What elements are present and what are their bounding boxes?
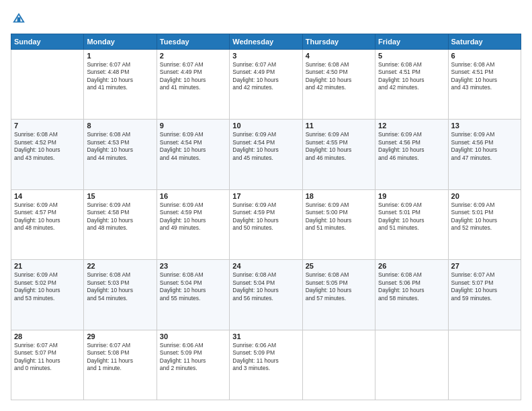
calendar-cell: 29Sunrise: 6:07 AM Sunset: 5:08 PM Dayli…: [84, 330, 157, 400]
calendar-cell: 8Sunrise: 6:08 AM Sunset: 4:53 PM Daylig…: [84, 120, 157, 189]
calendar-cell: 20Sunrise: 6:09 AM Sunset: 5:01 PM Dayli…: [448, 189, 521, 259]
calendar-cell: 25Sunrise: 6:08 AM Sunset: 5:05 PM Dayli…: [302, 260, 375, 330]
day-number: 12: [378, 122, 445, 130]
week-row-3: 14Sunrise: 6:09 AM Sunset: 4:57 PM Dayli…: [11, 189, 521, 259]
calendar-cell: 31Sunrise: 6:06 AM Sunset: 5:09 PM Dayli…: [230, 330, 302, 400]
day-number: 18: [306, 192, 372, 200]
weekday-header-friday: Friday: [375, 34, 448, 50]
day-info: Sunrise: 6:07 AM Sunset: 4:49 PM Dayligh…: [232, 61, 299, 92]
calendar-cell: 13Sunrise: 6:09 AM Sunset: 4:56 PM Dayli…: [448, 120, 521, 189]
day-number: 6: [451, 52, 518, 60]
weekday-header-wednesday: Wednesday: [230, 34, 302, 50]
day-info: Sunrise: 6:08 AM Sunset: 4:50 PM Dayligh…: [306, 61, 372, 92]
day-number: 15: [87, 192, 153, 200]
day-number: 3: [232, 52, 299, 60]
day-info: Sunrise: 6:07 AM Sunset: 4:49 PM Dayligh…: [160, 61, 226, 92]
day-number: 20: [451, 192, 518, 200]
calendar-cell: 6Sunrise: 6:08 AM Sunset: 4:51 PM Daylig…: [448, 50, 521, 120]
calendar-cell: 17Sunrise: 6:09 AM Sunset: 4:59 PM Dayli…: [230, 189, 302, 259]
day-number: 19: [378, 192, 445, 200]
calendar-cell: 26Sunrise: 6:08 AM Sunset: 5:06 PM Dayli…: [375, 260, 448, 330]
day-info: Sunrise: 6:08 AM Sunset: 5:05 PM Dayligh…: [306, 271, 372, 302]
calendar-cell: 3Sunrise: 6:07 AM Sunset: 4:49 PM Daylig…: [230, 50, 302, 120]
day-info: Sunrise: 6:09 AM Sunset: 5:00 PM Dayligh…: [306, 201, 372, 232]
calendar-cell: 5Sunrise: 6:08 AM Sunset: 4:51 PM Daylig…: [375, 50, 448, 120]
day-number: 10: [232, 122, 299, 130]
day-number: 5: [378, 52, 445, 60]
day-number: 24: [232, 262, 299, 270]
day-number: 27: [451, 262, 518, 270]
day-info: Sunrise: 6:08 AM Sunset: 4:53 PM Dayligh…: [87, 131, 153, 162]
day-number: 8: [87, 122, 153, 130]
day-number: 28: [14, 332, 81, 340]
calendar-cell: [302, 330, 375, 400]
day-info: Sunrise: 6:06 AM Sunset: 5:09 PM Dayligh…: [232, 342, 299, 373]
day-number: 21: [14, 262, 81, 270]
week-row-2: 7Sunrise: 6:08 AM Sunset: 4:52 PM Daylig…: [11, 120, 521, 189]
weekday-header-tuesday: Tuesday: [157, 34, 229, 50]
calendar-cell: [11, 50, 84, 120]
logo-icon: [11, 11, 27, 27]
calendar-cell: 24Sunrise: 6:08 AM Sunset: 5:04 PM Dayli…: [230, 260, 302, 330]
weekday-header-sunday: Sunday: [11, 34, 84, 50]
day-number: 14: [14, 192, 81, 200]
day-number: 31: [232, 332, 299, 340]
day-number: 26: [378, 262, 445, 270]
weekday-header-row: SundayMondayTuesdayWednesdayThursdayFrid…: [11, 34, 521, 50]
calendar-cell: 14Sunrise: 6:09 AM Sunset: 4:57 PM Dayli…: [11, 189, 84, 259]
svg-rect-2: [17, 17, 21, 21]
day-number: 11: [306, 122, 372, 130]
day-info: Sunrise: 6:09 AM Sunset: 4:56 PM Dayligh…: [451, 131, 518, 162]
day-info: Sunrise: 6:09 AM Sunset: 4:59 PM Dayligh…: [232, 201, 299, 232]
day-info: Sunrise: 6:06 AM Sunset: 5:09 PM Dayligh…: [160, 342, 226, 373]
calendar-cell: 18Sunrise: 6:09 AM Sunset: 5:00 PM Dayli…: [302, 189, 375, 259]
calendar-cell: 27Sunrise: 6:07 AM Sunset: 5:07 PM Dayli…: [448, 260, 521, 330]
calendar-cell: [448, 330, 521, 400]
day-info: Sunrise: 6:07 AM Sunset: 4:48 PM Dayligh…: [87, 61, 153, 92]
day-info: Sunrise: 6:08 AM Sunset: 5:04 PM Dayligh…: [160, 271, 226, 302]
weekday-header-monday: Monday: [84, 34, 157, 50]
calendar-cell: 9Sunrise: 6:09 AM Sunset: 4:54 PM Daylig…: [157, 120, 229, 189]
day-info: Sunrise: 6:09 AM Sunset: 4:55 PM Dayligh…: [306, 131, 372, 162]
calendar-cell: 10Sunrise: 6:09 AM Sunset: 4:54 PM Dayli…: [230, 120, 302, 189]
day-number: 9: [160, 122, 226, 130]
calendar-cell: 30Sunrise: 6:06 AM Sunset: 5:09 PM Dayli…: [157, 330, 229, 400]
header: [11, 11, 521, 27]
day-number: 30: [160, 332, 226, 340]
day-info: Sunrise: 6:09 AM Sunset: 5:01 PM Dayligh…: [451, 201, 518, 232]
week-row-1: 1Sunrise: 6:07 AM Sunset: 4:48 PM Daylig…: [11, 50, 521, 120]
day-info: Sunrise: 6:09 AM Sunset: 4:56 PM Dayligh…: [378, 131, 445, 162]
day-number: 13: [451, 122, 518, 130]
day-number: 23: [160, 262, 226, 270]
calendar-cell: 28Sunrise: 6:07 AM Sunset: 5:07 PM Dayli…: [11, 330, 84, 400]
day-info: Sunrise: 6:09 AM Sunset: 5:02 PM Dayligh…: [14, 271, 81, 302]
calendar-cell: 7Sunrise: 6:08 AM Sunset: 4:52 PM Daylig…: [11, 120, 84, 189]
logo: [11, 11, 30, 27]
calendar-cell: 1Sunrise: 6:07 AM Sunset: 4:48 PM Daylig…: [84, 50, 157, 120]
day-info: Sunrise: 6:09 AM Sunset: 4:58 PM Dayligh…: [87, 201, 153, 232]
calendar-cell: 22Sunrise: 6:08 AM Sunset: 5:03 PM Dayli…: [84, 260, 157, 330]
day-number: 2: [160, 52, 226, 60]
day-info: Sunrise: 6:09 AM Sunset: 4:59 PM Dayligh…: [160, 201, 226, 232]
calendar-cell: 23Sunrise: 6:08 AM Sunset: 5:04 PM Dayli…: [157, 260, 229, 330]
calendar-cell: 2Sunrise: 6:07 AM Sunset: 4:49 PM Daylig…: [157, 50, 229, 120]
day-info: Sunrise: 6:09 AM Sunset: 4:54 PM Dayligh…: [232, 131, 299, 162]
day-info: Sunrise: 6:09 AM Sunset: 5:01 PM Dayligh…: [378, 201, 445, 232]
day-info: Sunrise: 6:09 AM Sunset: 4:57 PM Dayligh…: [14, 201, 81, 232]
day-info: Sunrise: 6:08 AM Sunset: 4:51 PM Dayligh…: [378, 61, 445, 92]
calendar-cell: [375, 330, 448, 400]
calendar-cell: 21Sunrise: 6:09 AM Sunset: 5:02 PM Dayli…: [11, 260, 84, 330]
calendar-cell: 16Sunrise: 6:09 AM Sunset: 4:59 PM Dayli…: [157, 189, 229, 259]
day-number: 22: [87, 262, 153, 270]
day-number: 16: [160, 192, 226, 200]
day-info: Sunrise: 6:08 AM Sunset: 5:04 PM Dayligh…: [232, 271, 299, 302]
calendar-cell: 19Sunrise: 6:09 AM Sunset: 5:01 PM Dayli…: [375, 189, 448, 259]
day-number: 1: [87, 52, 153, 60]
calendar-cell: 12Sunrise: 6:09 AM Sunset: 4:56 PM Dayli…: [375, 120, 448, 189]
day-number: 4: [306, 52, 372, 60]
day-info: Sunrise: 6:08 AM Sunset: 5:06 PM Dayligh…: [378, 271, 445, 302]
day-info: Sunrise: 6:07 AM Sunset: 5:08 PM Dayligh…: [87, 342, 153, 373]
week-row-4: 21Sunrise: 6:09 AM Sunset: 5:02 PM Dayli…: [11, 260, 521, 330]
day-number: 17: [232, 192, 299, 200]
weekday-header-saturday: Saturday: [448, 34, 521, 50]
